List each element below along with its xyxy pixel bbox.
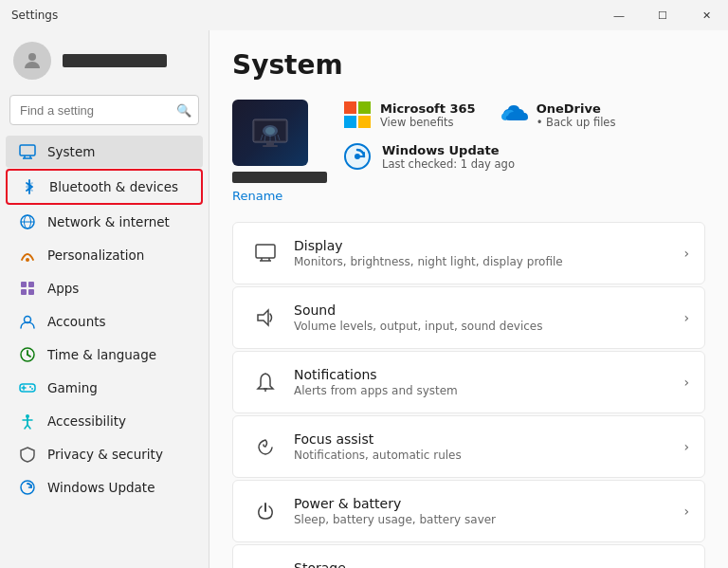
- search-input[interactable]: [9, 95, 199, 125]
- notifications-settings-title: Notifications: [294, 367, 683, 382]
- windows-update-text: Windows Update Last checked: 1 day ago: [382, 143, 515, 171]
- sidebar-item-apps[interactable]: Apps: [6, 272, 203, 304]
- sidebar-item-winupdate[interactable]: Windows Update: [6, 471, 203, 504]
- sidebar-item-system[interactable]: System: [6, 136, 203, 168]
- personalization-icon: [19, 247, 36, 264]
- storage-settings-text: Storage Storage space, drives, configura…: [294, 560, 683, 568]
- page-title: System: [232, 49, 705, 81]
- microsoft365-link[interactable]: Microsoft 365 View benefits: [342, 100, 476, 130]
- minimize-button[interactable]: —: [597, 0, 641, 30]
- sidebar-item-accounts[interactable]: Accounts: [6, 305, 203, 338]
- display-settings-sub: Monitors, brightness, night light, displ…: [294, 255, 683, 268]
- windows-update-sub: Last checked: 1 day ago: [382, 157, 515, 171]
- windows-update-row[interactable]: Windows Update Last checked: 1 day ago: [342, 141, 615, 172]
- power-settings-title: Power & battery: [294, 496, 683, 511]
- windows-update-icon: [342, 141, 373, 172]
- sound-settings-sub: Volume levels, output, input, sound devi…: [294, 320, 683, 333]
- power-settings-sub: Sleep, battery usage, battery saver: [294, 513, 683, 526]
- sidebar-item-label-privacy: Privacy & security: [47, 447, 163, 462]
- sound-chevron: ›: [683, 310, 689, 325]
- winupdate-icon: [19, 479, 36, 496]
- svg-rect-13: [28, 289, 34, 295]
- sidebar-item-label-system: System: [47, 144, 95, 159]
- svg-rect-11: [28, 282, 34, 287]
- profile-section[interactable]: [0, 30, 209, 91]
- sidebar-item-label-personalization: Personalization: [47, 247, 144, 263]
- onedrive-title: OneDrive: [537, 101, 616, 116]
- sidebar-item-personalization[interactable]: Personalization: [6, 239, 203, 271]
- profile-name-bar: [63, 54, 167, 67]
- sidebar-item-label-gaming: Gaming: [47, 380, 98, 395]
- privacy-icon: [19, 446, 36, 463]
- app-body: 🔍 System Bluetooth & devices Network & i…: [0, 30, 728, 568]
- device-card: Rename: [232, 100, 327, 203]
- maximize-button[interactable]: ☐: [641, 0, 684, 30]
- sidebar-item-label-time: Time & language: [47, 347, 156, 362]
- svg-rect-38: [266, 142, 274, 145]
- top-section: Rename: [232, 100, 705, 203]
- sidebar-item-bluetooth[interactable]: Bluetooth & devices: [6, 169, 203, 205]
- focus-settings-text: Focus assist Notifications, automatic ru…: [294, 431, 683, 462]
- svg-rect-40: [344, 101, 356, 114]
- onedrive-link[interactable]: OneDrive • Back up files: [499, 100, 616, 130]
- sidebar-item-gaming[interactable]: Gaming: [6, 372, 203, 404]
- svg-rect-1: [20, 145, 35, 156]
- main-content: System: [209, 30, 728, 568]
- sound-settings-icon: [248, 301, 282, 335]
- time-icon: [19, 346, 36, 363]
- settings-item-power[interactable]: Power & battery Sleep, battery usage, ba…: [232, 480, 705, 542]
- sidebar-item-accessibility[interactable]: Accessibility: [6, 405, 203, 437]
- svg-point-22: [31, 388, 33, 390]
- svg-rect-41: [358, 101, 371, 114]
- power-chevron: ›: [683, 504, 689, 519]
- display-settings-title: Display: [294, 238, 683, 253]
- gaming-icon: [19, 379, 36, 396]
- sidebar-item-label-apps: Apps: [47, 281, 79, 296]
- network-icon: [19, 213, 36, 230]
- settings-item-display[interactable]: Display Monitors, brightness, night ligh…: [232, 222, 705, 284]
- apps-icon: [19, 280, 36, 297]
- sidebar-item-label-bluetooth: Bluetooth & devices: [49, 179, 178, 194]
- svg-line-27: [27, 425, 30, 429]
- microsoft365-text: Microsoft 365 View benefits: [380, 101, 476, 129]
- titlebar: Settings — ☐ ✕: [0, 0, 728, 30]
- sidebar-item-label-network: Network & internet: [47, 214, 170, 229]
- storage-settings-icon: [248, 559, 282, 568]
- rename-link[interactable]: Rename: [232, 189, 282, 203]
- accessibility-icon: [19, 412, 36, 430]
- bluetooth-icon: [21, 178, 38, 195]
- sidebar-item-time[interactable]: Time & language: [6, 339, 203, 371]
- titlebar-controls: — ☐ ✕: [597, 0, 728, 30]
- svg-rect-10: [21, 282, 27, 287]
- sidebar-item-label-accounts: Accounts: [47, 314, 106, 329]
- storage-settings-title: Storage: [294, 560, 683, 568]
- display-settings-text: Display Monitors, brightness, night ligh…: [294, 238, 683, 268]
- display-chevron: ›: [683, 246, 689, 261]
- search-box[interactable]: 🔍: [9, 95, 199, 125]
- settings-list: Display Monitors, brightness, night ligh…: [232, 222, 705, 568]
- windows-update-title: Windows Update: [382, 143, 515, 157]
- power-settings-text: Power & battery Sleep, battery usage, ba…: [294, 496, 683, 526]
- settings-item-focus[interactable]: Focus assist Notifications, automatic ru…: [232, 415, 705, 478]
- focus-settings-icon: [248, 430, 282, 464]
- device-thumbnail: [232, 100, 308, 166]
- close-button[interactable]: ✕: [684, 0, 728, 30]
- settings-item-notifications[interactable]: Notifications Alerts from apps and syste…: [232, 351, 705, 413]
- sidebar-item-privacy[interactable]: Privacy & security: [6, 438, 203, 470]
- settings-item-storage[interactable]: Storage Storage space, drives, configura…: [232, 544, 705, 568]
- sidebar-item-network[interactable]: Network & internet: [6, 206, 203, 238]
- sound-settings-title: Sound: [294, 302, 683, 318]
- microsoft365-title: Microsoft 365: [380, 101, 476, 116]
- microsoft365-icon: [342, 100, 373, 130]
- system-icon: [19, 143, 36, 160]
- sound-settings-text: Sound Volume levels, output, input, soun…: [294, 302, 683, 333]
- notifications-settings-sub: Alerts from apps and system: [294, 384, 683, 397]
- power-settings-icon: [248, 494, 282, 528]
- svg-line-17: [27, 355, 30, 357]
- svg-rect-42: [344, 116, 356, 128]
- svg-point-21: [29, 386, 31, 388]
- svg-marker-50: [258, 310, 268, 325]
- microsoft365-sub: View benefits: [380, 116, 476, 129]
- settings-item-sound[interactable]: Sound Volume levels, output, input, soun…: [232, 286, 705, 349]
- avatar: [13, 42, 51, 80]
